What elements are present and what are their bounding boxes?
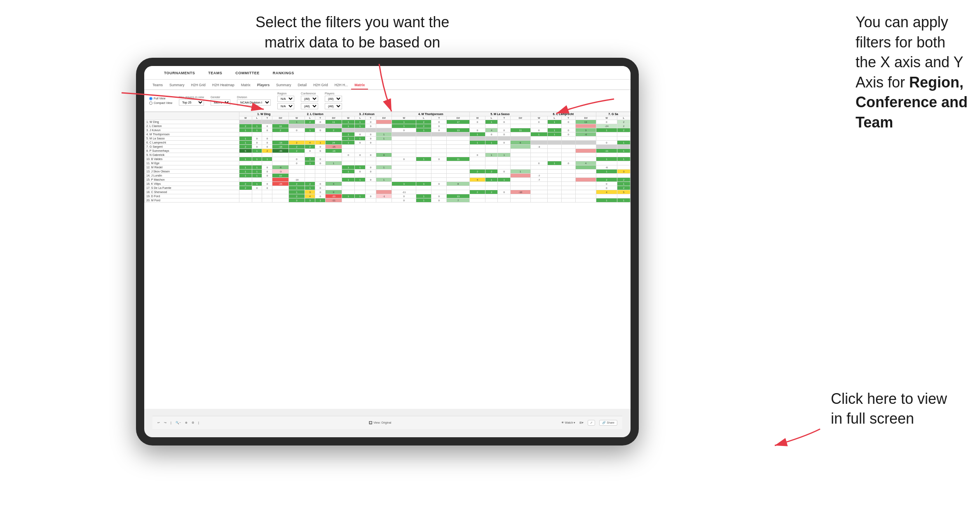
toolbar-grid-options[interactable]: ⊞▾: [579, 421, 584, 424]
tab-players[interactable]: Players: [254, 81, 273, 90]
matrix-cell: [498, 194, 511, 198]
matrix-cell: [498, 149, 511, 153]
matrix-cell: [575, 170, 596, 174]
matrix-cell: 1: [596, 157, 617, 161]
matrix-cell: 4: [305, 194, 315, 198]
matrix-cell: [485, 174, 498, 178]
nav-committee[interactable]: COMMITTEE: [233, 69, 262, 77]
matrix-cell: [239, 178, 252, 182]
players-select-1[interactable]: (All): [325, 96, 342, 102]
region-select-1[interactable]: N/A: [277, 96, 294, 102]
matrix-cell: [392, 170, 416, 174]
matrix-cell: 0: [431, 128, 447, 132]
matrix-cell: [288, 174, 305, 178]
nav-rankings[interactable]: RANKINGS: [270, 69, 297, 77]
matrix-cell: [530, 170, 548, 174]
toolbar-settings[interactable]: ⚙: [192, 421, 194, 424]
tab-summary-1[interactable]: Summary: [166, 81, 188, 90]
matrix-cell: [561, 124, 575, 128]
matrix-cell: 2: [485, 170, 498, 174]
matrix-cell: [485, 194, 498, 198]
matrix-cell: 2: [617, 128, 630, 132]
matrix-cell: 2: [416, 124, 431, 128]
matrix-cell: [272, 161, 288, 165]
matrix-cell: 1: [376, 132, 392, 137]
conference-select-2[interactable]: (All): [301, 103, 318, 109]
matrix-cell: [392, 153, 416, 157]
tab-h2h-grid-2[interactable]: H2H Grid: [310, 81, 331, 90]
matrix-cell: [252, 190, 262, 194]
max-players-select[interactable]: Top 25: [179, 99, 204, 106]
matrix-cell: 1: [288, 120, 305, 124]
matrix-cell: 0: [252, 186, 262, 190]
conference-select-1[interactable]: (All): [301, 96, 318, 102]
tab-h2h-grid-1[interactable]: H2H Grid: [188, 81, 209, 90]
matrix-cell: [376, 128, 392, 132]
gender-select[interactable]: Men's: [211, 99, 230, 106]
toolbar-redo[interactable]: ↪: [164, 421, 166, 424]
matrix-cell: [252, 132, 262, 137]
matrix-cell: -46: [272, 149, 288, 153]
toolbar-fullscreen[interactable]: ⤢: [588, 420, 595, 426]
matrix-cell: [548, 198, 562, 203]
matrix-cell: 0: [315, 128, 326, 132]
matrix-cell: [447, 178, 470, 182]
toolbar-zoom-in[interactable]: ⊕: [185, 421, 188, 424]
tab-summary-2[interactable]: Summary: [273, 81, 294, 90]
tab-detail[interactable]: Detail: [294, 81, 310, 90]
matrix-cell: [355, 149, 366, 153]
matrix-cell: [305, 174, 315, 178]
matrix-cell: 0: [366, 137, 376, 141]
matrix-cell: [498, 145, 511, 149]
nav-teams[interactable]: TEAMS: [206, 69, 225, 77]
tab-matrix-active[interactable]: Matrix: [351, 81, 368, 90]
matrix-cell: [530, 194, 548, 198]
tab-teams[interactable]: Teams: [149, 81, 166, 90]
matrix-cell: [548, 190, 562, 194]
toolbar-zoom-out[interactable]: 🔍−: [176, 421, 181, 424]
toolbar-view-original[interactable]: 🔲 View: Original: [369, 421, 391, 424]
matrix-cell: 0: [498, 141, 511, 145]
region-select-2[interactable]: N/A: [277, 103, 294, 109]
matrix-cell: 1: [315, 141, 326, 145]
nav-tournaments[interactable]: TOURNAMENTS: [162, 69, 197, 77]
matrix-cell: [366, 161, 376, 165]
matrix-cell: [511, 149, 530, 153]
matrix-cell: 2: [470, 190, 485, 194]
matrix-cell: [252, 198, 262, 203]
matrix-cell: [431, 141, 447, 145]
matrix-cell: [272, 120, 288, 124]
matrix-cell: [617, 161, 630, 165]
matrix-cell: 2: [416, 120, 431, 124]
matrix-cell: [498, 174, 511, 178]
toolbar-share[interactable]: 🔗 Share: [599, 420, 617, 426]
matrix-cell: [548, 153, 562, 157]
matrix-cell: 17: [447, 120, 470, 124]
matrix-cell: [485, 149, 498, 153]
matrix-cell: [315, 132, 326, 137]
matrix-cell: 1: [485, 120, 498, 124]
matrix-cell: [239, 194, 252, 198]
matrix-cell: [262, 132, 272, 137]
division-select[interactable]: NCAA Division I: [237, 99, 271, 106]
matrix-cell: [470, 161, 485, 165]
matrix-cell: [530, 137, 548, 141]
tab-h2h-h[interactable]: H2H H...: [331, 81, 352, 90]
matrix-cell: 0: [262, 174, 272, 178]
matrix-cell: [315, 153, 326, 157]
matrix-cell: 2: [305, 120, 315, 124]
players-select-2[interactable]: (All): [325, 103, 342, 109]
radio-full-view[interactable]: Full View: [149, 97, 172, 100]
radio-compact-view[interactable]: Compact View: [149, 101, 172, 105]
matrix-cell: 1: [342, 120, 355, 124]
toolbar-watch[interactable]: 👁 Watch ▾: [561, 421, 575, 424]
tab-matrix-1[interactable]: Matrix: [238, 81, 254, 90]
matrix-cell: [470, 145, 485, 149]
matrix-row-name: 18. C Sherwood: [145, 190, 239, 194]
matrix-row-name: 19. D Ford: [145, 194, 239, 198]
matrix-cell: [485, 182, 498, 186]
toolbar-undo[interactable]: ↩: [157, 421, 160, 424]
matrix-cell: 0: [470, 120, 485, 124]
matrix-cell: 0: [366, 153, 376, 157]
tab-h2h-heatmap[interactable]: H2H Heatmap: [209, 81, 238, 90]
